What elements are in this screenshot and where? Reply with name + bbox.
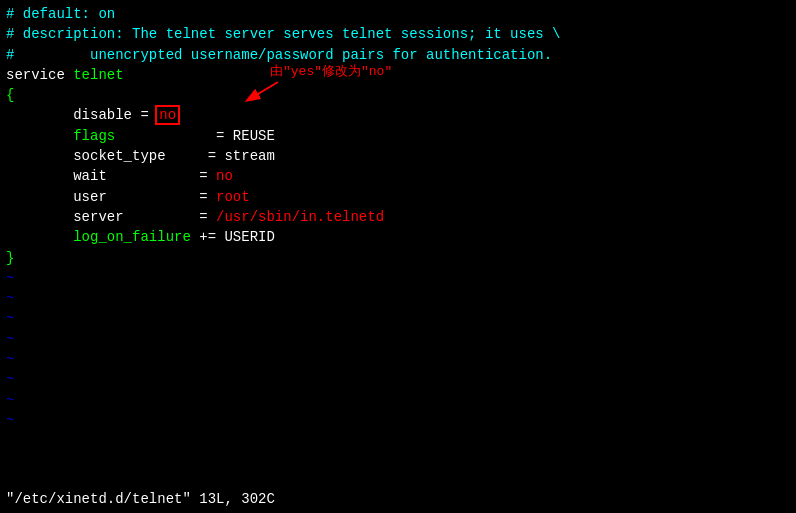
status-line: "/etc/xinetd.d/telnet" 13L, 302C xyxy=(6,491,275,507)
line-10: user = root xyxy=(6,187,790,207)
line-7: flags = REUSE xyxy=(6,126,790,146)
tilde-6: ~ xyxy=(6,369,790,389)
tilde-4: ~ xyxy=(6,329,790,349)
line-11: server = /usr/sbin/in.telnetd xyxy=(6,207,790,227)
annotation-text: 由"yes"修改为"no" xyxy=(270,62,392,80)
tilde-8: ~ xyxy=(6,410,790,430)
line-13: } xyxy=(6,248,790,268)
line-4: service telnet xyxy=(6,65,790,85)
tilde-1: ~ xyxy=(6,268,790,288)
line-1: # default: on xyxy=(6,4,790,24)
terminal-window: # default: on # description: The telnet … xyxy=(0,0,796,513)
line-5: { xyxy=(6,85,790,105)
line-6: disable = no xyxy=(6,105,790,125)
line-2: # description: The telnet server serves … xyxy=(6,24,790,44)
tilde-5: ~ xyxy=(6,349,790,369)
line-3: # unencrypted username/password pairs fo… xyxy=(6,45,790,65)
line-9: wait = no xyxy=(6,166,790,186)
line-12: log_on_failure += USERID xyxy=(6,227,790,247)
tilde-3: ~ xyxy=(6,308,790,328)
tilde-7: ~ xyxy=(6,390,790,410)
tilde-2: ~ xyxy=(6,288,790,308)
line-8: socket_type = stream xyxy=(6,146,790,166)
